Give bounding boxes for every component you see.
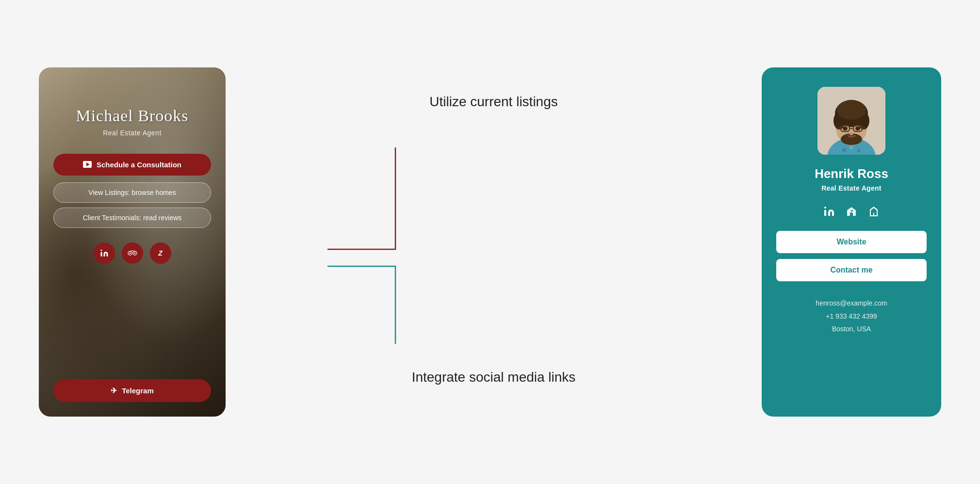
schedule-btn-label: Schedule a Consultation	[97, 161, 181, 169]
testimonials-label: Client Testimonials: read reviews	[83, 214, 182, 222]
telegram-label: Telegram	[122, 387, 154, 395]
right-agent-title: Real Estate Agent	[821, 184, 882, 192]
phone-text: +1 933 432 4399	[816, 310, 887, 323]
location-text: Boston, USA	[816, 323, 887, 336]
social-icons-row: Z	[94, 242, 171, 264]
agent-name: Michael Brooks	[76, 106, 188, 126]
svg-point-24	[849, 132, 853, 135]
top-annotation-text: Utilize current listings	[429, 94, 558, 109]
svg-text:Z: Z	[849, 210, 853, 215]
right-houzz-icon[interactable]	[868, 206, 880, 217]
middle-section: Utilize current listings Integrate socia…	[226, 67, 762, 417]
annotation-arrows	[226, 67, 762, 417]
agent-title: Real Estate Agent	[103, 129, 162, 137]
schedule-consultation-button[interactable]: Schedule a Consultation	[53, 154, 211, 176]
email-text: henross@example.com	[816, 297, 887, 310]
svg-point-9	[857, 149, 860, 152]
main-container: Michael Brooks Real Estate Agent Schedul…	[0, 0, 980, 484]
left-card: Michael Brooks Real Estate Agent Schedul…	[39, 67, 226, 417]
testimonials-button[interactable]: Client Testimonials: read reviews	[53, 208, 211, 228]
right-contact-info: henross@example.com +1 933 432 4399 Bost…	[816, 297, 887, 336]
telegram-icon: ✈	[111, 386, 117, 395]
svg-point-15	[837, 100, 866, 120]
contact-btn-label: Contact me	[830, 266, 872, 274]
right-social-row: Z	[823, 206, 880, 217]
avatar	[817, 87, 885, 155]
svg-point-4	[134, 252, 135, 254]
bottom-annotation: Integrate social media links	[412, 370, 576, 385]
zillow-icon[interactable]: Z	[150, 242, 171, 264]
svg-point-21	[843, 127, 848, 130]
right-linkedin-icon[interactable]	[823, 206, 835, 217]
website-button[interactable]: Website	[776, 231, 927, 253]
top-annotation: Utilize current listings	[429, 94, 558, 110]
right-card: Henrik Ross Real Estate Agent Z Website	[762, 67, 941, 417]
left-card-content: Michael Brooks Real Estate Agent Schedul…	[39, 67, 226, 417]
telegram-button[interactable]: ✈ Telegram	[53, 379, 211, 402]
avatar-container	[817, 87, 885, 155]
tripadvisor-icon[interactable]	[122, 242, 143, 264]
view-listings-button[interactable]: View Listings: browse homes	[53, 182, 211, 203]
right-agent-name: Henrik Ross	[815, 166, 888, 181]
svg-point-3	[129, 252, 131, 254]
view-listings-label: View Listings: browse homes	[88, 189, 176, 196]
video-icon	[83, 161, 92, 168]
contact-me-button[interactable]: Contact me	[776, 259, 927, 281]
svg-point-7	[842, 148, 846, 152]
right-zillow-icon[interactable]: Z	[846, 206, 857, 217]
svg-point-25	[824, 207, 826, 209]
bottom-annotation-text: Integrate social media links	[412, 370, 576, 385]
svg-point-8	[849, 145, 853, 149]
website-btn-label: Website	[836, 238, 866, 246]
svg-point-22	[855, 127, 860, 130]
svg-point-0	[100, 249, 102, 251]
linkedin-icon[interactable]	[94, 242, 115, 264]
